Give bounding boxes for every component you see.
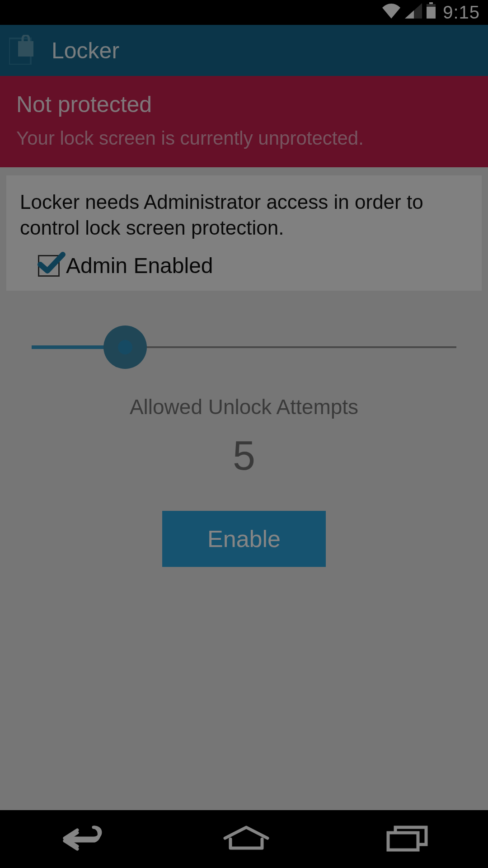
attempts-label: Allowed Unlock Attempts: [32, 395, 456, 419]
attempts-value: 5: [32, 433, 456, 479]
back-icon[interactable]: [56, 825, 110, 854]
navigation-bar: [0, 810, 488, 868]
svg-rect-6: [18, 41, 33, 57]
svg-rect-4: [427, 7, 436, 19]
battery-icon: [426, 2, 436, 23]
cell-signal-icon: [405, 2, 422, 23]
checkbox-icon: [38, 255, 60, 277]
svg-rect-7: [388, 833, 418, 850]
admin-access-card: Locker needs Administrator access in ord…: [6, 175, 482, 291]
svg-marker-1: [405, 10, 414, 19]
recent-apps-icon[interactable]: [383, 825, 432, 854]
app-action-bar: Locker: [0, 25, 488, 76]
enable-button[interactable]: Enable: [162, 511, 326, 567]
slider-thumb: [118, 340, 132, 354]
app-title: Locker: [52, 38, 119, 64]
status-clock: 9:15: [443, 2, 480, 23]
admin-enabled-label: Admin Enabled: [66, 253, 213, 278]
admin-access-message: Locker needs Administrator access in ord…: [20, 189, 468, 241]
wifi-icon: [381, 2, 401, 23]
admin-enabled-checkbox[interactable]: Admin Enabled: [38, 253, 468, 278]
app-lock-icon: [9, 35, 37, 66]
home-icon[interactable]: [221, 825, 271, 854]
svg-rect-2: [429, 2, 433, 4]
status-bar: 9:15: [0, 0, 488, 25]
protection-status-title: Not protected: [16, 91, 472, 118]
protection-status-subtitle: Your lock screen is currently unprotecte…: [16, 127, 472, 149]
protection-status-banner: Not protected Your lock screen is curren…: [0, 76, 488, 167]
attempts-slider[interactable]: [32, 322, 456, 372]
